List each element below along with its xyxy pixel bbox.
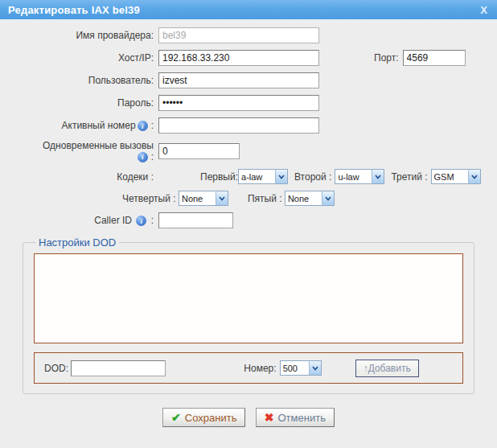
- dod-list-box[interactable]: [34, 253, 463, 343]
- dod-label: DOD:: [44, 363, 68, 374]
- provider-name-label: Имя провайдера:: [0, 30, 158, 41]
- active-number-label-text: Активный номер: [62, 120, 136, 131]
- dod-settings-legend: Настройки DOD: [35, 236, 119, 249]
- cancel-button[interactable]: ✖ Отменить: [256, 408, 335, 427]
- simultaneous-calls-colon: :: [151, 151, 154, 162]
- chevron-down-icon: [216, 191, 228, 205]
- active-number-input[interactable]: [158, 117, 319, 134]
- username-input[interactable]: [158, 72, 319, 88]
- username-label: Пользователь:: [0, 75, 158, 86]
- provider-form: Имя провайдера: Хост/IP: Порт: Пользоват…: [0, 20, 497, 427]
- codec-fourth-value: None: [179, 194, 216, 203]
- codec-fourth-label: Четвертый :: [122, 193, 176, 204]
- host-label: Хост/IP:: [0, 52, 158, 64]
- password-label: Пароль:: [0, 97, 158, 109]
- info-icon: i: [138, 121, 148, 131]
- codec-fifth-value: None: [285, 194, 322, 203]
- active-number-colon: :: [151, 120, 154, 131]
- simultaneous-calls-label: Одновременные вызовы i:: [0, 140, 158, 162]
- chevron-down-icon: [322, 191, 334, 205]
- dialog-titlebar: Редактировать IAX bel39 X: [0, 0, 497, 20]
- caller-id-row: Caller ID i :: [0, 212, 497, 228]
- caller-id-colon: :: [151, 215, 154, 226]
- dialog-footer: ✔ Сохранить ✖ Отменить: [0, 408, 497, 427]
- codec-second-label: Второй :: [294, 171, 331, 183]
- dod-settings-fieldset: Настройки DOD DOD: Номер: 500 ↑Добавить: [23, 236, 474, 394]
- simultaneous-calls-row: Одновременные вызовы i:: [0, 140, 497, 162]
- info-icon: i: [136, 216, 146, 226]
- host-input[interactable]: [158, 50, 319, 66]
- codec-first-select[interactable]: a-law: [238, 169, 288, 184]
- chevron-down-icon: [275, 170, 287, 183]
- codecs-row-2: Четвертый : None Пятый : None: [0, 191, 497, 206]
- host-port-row: Хост/IP: Порт:: [0, 50, 497, 66]
- dod-number-value: 500: [281, 364, 309, 373]
- codec-fifth-label: Пятый :: [248, 193, 282, 204]
- caller-id-label-text: Caller ID: [94, 215, 132, 226]
- info-icon: i: [138, 152, 148, 162]
- provider-name-row: Имя провайдера:: [0, 27, 497, 43]
- password-input[interactable]: [158, 95, 319, 111]
- port-label: Порт:: [374, 52, 399, 64]
- codec-second-select[interactable]: u-law: [335, 169, 384, 184]
- codec-second-value: u-law: [335, 172, 372, 182]
- edit-iax-provider-dialog: Редактировать IAX bel39 X Имя провайдера…: [0, 0, 497, 448]
- active-number-row: Активный номерi:: [0, 117, 497, 134]
- dod-add-bar: DOD: Номер: 500 ↑Добавить: [34, 352, 463, 384]
- codec-third-value: GSM: [432, 172, 468, 182]
- dod-number-select[interactable]: 500: [280, 360, 322, 376]
- dialog-title: Редактировать IAX bel39: [8, 4, 140, 16]
- save-button[interactable]: ✔ Сохранить: [162, 408, 245, 427]
- save-button-label: Сохранить: [185, 412, 237, 424]
- codec-first-label: Первый:: [200, 171, 238, 183]
- check-icon: ✔: [171, 411, 181, 424]
- codec-first-value: a-law: [239, 172, 275, 182]
- cancel-button-label: Отменить: [278, 412, 326, 424]
- codec-third-select[interactable]: GSM: [431, 169, 481, 184]
- dod-add-button[interactable]: ↑Добавить: [355, 360, 419, 377]
- codec-third-label: Третий :: [391, 171, 427, 183]
- cross-icon: ✖: [265, 411, 274, 424]
- simultaneous-calls-input[interactable]: [158, 143, 240, 159]
- close-icon[interactable]: X: [479, 4, 489, 16]
- chevron-down-icon: [372, 170, 384, 183]
- password-row: Пароль:: [0, 95, 497, 111]
- simultaneous-calls-label-text: Одновременные вызовы: [43, 140, 154, 151]
- chevron-down-icon: [309, 361, 321, 375]
- chevron-down-icon: [468, 170, 480, 183]
- username-row: Пользователь:: [0, 72, 497, 88]
- caller-id-input[interactable]: [158, 212, 233, 228]
- codec-fifth-select[interactable]: None: [285, 191, 335, 206]
- dod-number-label: Номер:: [244, 363, 276, 374]
- caller-id-label: Caller ID i :: [0, 215, 158, 226]
- codecs-row-1: Кодеки : Первый: a-law Второй : u-law Тр…: [0, 169, 497, 184]
- port-input[interactable]: [403, 50, 466, 66]
- codec-fourth-select[interactable]: None: [179, 191, 228, 206]
- active-number-label: Активный номерi:: [0, 120, 158, 131]
- provider-name-input[interactable]: [158, 27, 319, 43]
- dod-input[interactable]: [71, 360, 166, 376]
- codecs-label: Кодеки :: [0, 171, 158, 183]
